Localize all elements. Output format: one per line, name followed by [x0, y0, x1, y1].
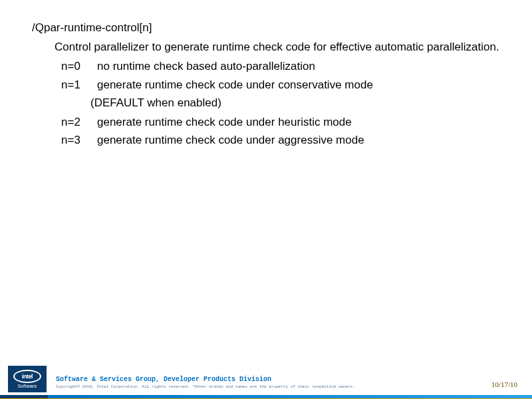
intel-logo-oval: intel — [13, 370, 41, 383]
option-key: n=3 — [61, 131, 97, 149]
option-value: generate runtime check code under aggres… — [97, 131, 364, 149]
footer-accent-bar — [0, 395, 532, 399]
option-description: Control parallelizer to generate runtime… — [32, 38, 500, 56]
option-row: n=0 no runtime check based auto-parallel… — [32, 57, 500, 75]
option-row: n=2 generate runtime check code under he… — [32, 113, 500, 131]
option-key: n=0 — [61, 57, 97, 75]
option-value: generate runtime check code under conser… — [97, 76, 373, 94]
footer-date: 10/17/10 — [491, 380, 517, 388]
option-note: (DEFAULT when enabled) — [32, 94, 500, 112]
intel-logo-text: intel — [22, 373, 33, 380]
option-title: /Qpar-runtime-control[n] — [32, 19, 500, 37]
option-row: n=1 generate runtime check code under co… — [32, 76, 500, 94]
slide-footer: intel Software Software & Services Group… — [0, 360, 532, 399]
option-value: no runtime check based auto-parallelizat… — [97, 57, 315, 75]
option-row: n=3 generate runtime check code under ag… — [32, 131, 500, 149]
option-value: generate runtime check code under heuris… — [97, 113, 352, 131]
footer-division: Software & Services Group, Developer Pro… — [56, 376, 472, 383]
footer-copyright: Copyright© 2010, Intel Corporation. All … — [56, 384, 402, 390]
slide-content: /Qpar-runtime-control[n] Control paralle… — [0, 0, 532, 149]
option-key: n=1 — [61, 76, 97, 94]
footer-text-block: Software & Services Group, Developer Pro… — [56, 376, 472, 390]
intel-logo: intel Software — [8, 366, 47, 392]
intel-logo-subtitle: Software — [17, 384, 37, 388]
option-key: n=2 — [61, 113, 97, 131]
